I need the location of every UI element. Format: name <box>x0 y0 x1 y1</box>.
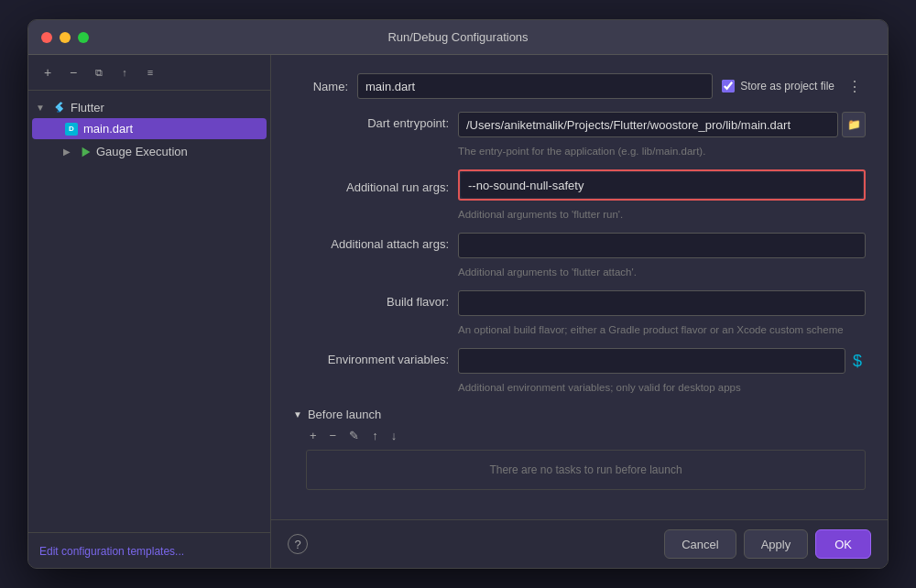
run-debug-dialog: Run/Debug Configurations + − ⧉ ↑ ≡ ▼ <box>27 19 889 569</box>
env-vars-input[interactable] <box>458 348 845 374</box>
flutter-group-label: Flutter <box>71 101 104 114</box>
build-flavor-row: Build flavor: <box>293 290 866 316</box>
run-args-hint: Additional arguments to 'flutter run'. <box>458 209 623 220</box>
dialog-title: Run/Debug Configurations <box>387 30 528 44</box>
run-icon <box>80 146 93 158</box>
build-flavor-input[interactable] <box>458 290 866 316</box>
before-launch-toolbar: + − ✎ ↑ ↓ <box>293 427 866 444</box>
name-input[interactable] <box>357 73 713 99</box>
before-launch-label: Before launch <box>308 408 381 421</box>
before-launch-move-down-button[interactable]: ↓ <box>387 427 401 444</box>
store-checkbox-wrap: Store as project file <box>722 80 834 93</box>
more-options-button[interactable]: ⋮ <box>844 78 866 95</box>
dart-entrypoint-label: Dart entrypoint: <box>293 112 449 130</box>
env-spacer <box>293 379 449 384</box>
env-vars-row: Environment variables: $ <box>293 348 866 374</box>
sidebar-item-main-dart[interactable]: D main.dart <box>32 118 267 139</box>
attach-args-hint-row: Additional arguments to 'flutter attach'… <box>293 264 866 285</box>
dialog-body: + − ⧉ ↑ ≡ ▼ <box>28 55 888 568</box>
cancel-button[interactable]: Cancel <box>664 529 736 559</box>
main-dart-label: main.dart <box>83 122 133 136</box>
dart-entrypoint-input[interactable] <box>458 112 838 137</box>
add-config-button[interactable]: + <box>38 62 58 82</box>
build-flavor-label: Build flavor: <box>293 290 449 309</box>
run-args-hint-row: Additional arguments to 'flutter run'. <box>293 206 866 227</box>
before-launch-remove-button[interactable]: − <box>326 427 341 444</box>
sidebar: + − ⧉ ↑ ≡ ▼ <box>28 55 271 568</box>
chevron-down-icon: ▼ <box>36 103 49 113</box>
svg-marker-0 <box>82 147 91 157</box>
before-launch-edit-button[interactable]: ✎ <box>345 427 363 444</box>
run-args-highlight <box>458 169 866 201</box>
main-content: Name: Store as project file ⋮ Dart entry… <box>271 55 888 568</box>
run-args-label: Additional run args: <box>293 176 449 194</box>
build-hint: An optional build flavor; either a Gradl… <box>458 324 844 335</box>
dart-entrypoint-row: Dart entrypoint: 📁 <box>293 112 866 137</box>
sidebar-toolbar: + − ⧉ ↑ ≡ <box>28 55 270 91</box>
sidebar-footer: Edit configuration templates... <box>28 532 270 568</box>
env-hint-row: Additional environment variables; only v… <box>293 379 866 400</box>
attach-args-spacer <box>293 264 449 268</box>
before-launch-header[interactable]: ▼ Before launch <box>293 408 866 421</box>
store-label: Store as project file <box>740 80 834 93</box>
close-button[interactable] <box>41 32 52 43</box>
before-launch-empty-message: There are no tasks to run before launch <box>306 450 866 490</box>
env-vars-label: Environment variables: <box>293 348 449 366</box>
run-args-spacer <box>293 206 449 211</box>
attach-args-label: Additional attach args: <box>293 233 449 251</box>
env-expand-button[interactable]: $ <box>849 352 866 371</box>
traffic-lights <box>41 32 89 43</box>
dart-entrypoint-hint-row: The entry-point for the application (e.g… <box>293 143 866 164</box>
name-label: Name: <box>293 80 348 93</box>
flutter-group: ▼ Flutter D main.dart <box>28 94 270 141</box>
dart-entrypoint-spacer <box>293 143 449 147</box>
footer-buttons: Cancel Apply OK <box>664 529 871 559</box>
browse-entrypoint-button[interactable]: 📁 <box>842 112 866 137</box>
run-args-row: Additional run args: <box>293 169 866 201</box>
env-input-wrap: $ <box>458 348 866 374</box>
sidebar-item-gauge-execution[interactable]: ▶ Gauge Execution <box>28 141 270 162</box>
attach-args-row: Additional attach args: <box>293 233 866 258</box>
before-launch-add-button[interactable]: + <box>306 427 321 444</box>
dart-entrypoint-input-wrap: 📁 <box>458 112 866 137</box>
before-launch-chevron: ▼ <box>293 409 302 419</box>
help-button[interactable]: ? <box>288 534 308 554</box>
settings-config-button[interactable]: ≡ <box>140 62 160 82</box>
flutter-icon <box>52 100 67 114</box>
form-area-wrapper: Name: Store as project file ⋮ Dart entry… <box>271 55 888 519</box>
gauge-execution-label: Gauge Execution <box>96 145 188 158</box>
ok-button[interactable]: OK <box>815 529 871 559</box>
dart-hint: The entry-point for the application (e.g… <box>458 146 705 157</box>
sidebar-tree: ▼ Flutter D main.dart <box>28 91 270 532</box>
attach-hint: Additional arguments to 'flutter attach'… <box>458 267 637 278</box>
form-area: Name: Store as project file ⋮ Dart entry… <box>271 55 888 508</box>
remove-config-button[interactable]: − <box>63 62 83 82</box>
minimize-button[interactable] <box>60 32 71 43</box>
apply-button[interactable]: Apply <box>744 529 809 559</box>
title-bar: Run/Debug Configurations <box>28 20 888 55</box>
run-args-input[interactable] <box>461 172 863 198</box>
build-spacer <box>293 321 449 326</box>
flutter-group-header[interactable]: ▼ Flutter <box>28 96 270 118</box>
name-row: Name: Store as project file ⋮ <box>293 73 866 99</box>
maximize-button[interactable] <box>78 32 89 43</box>
before-launch-move-up-button[interactable]: ↑ <box>368 427 382 444</box>
move-config-button[interactable]: ↑ <box>114 62 135 82</box>
dialog-footer: ? Cancel Apply OK <box>271 519 888 568</box>
env-hint: Additional environment variables; only v… <box>458 382 741 393</box>
edit-templates-link[interactable]: Edit configuration templates... <box>39 545 184 558</box>
store-as-project-checkbox[interactable] <box>722 80 735 93</box>
build-hint-row: An optional build flavor; either a Gradl… <box>293 321 866 343</box>
dart-icon: D <box>65 123 78 136</box>
attach-args-input[interactable] <box>458 233 866 258</box>
before-launch-section: ▼ Before launch + − ✎ ↑ ↓ There are no t… <box>293 408 866 490</box>
copy-config-button[interactable]: ⧉ <box>89 62 109 82</box>
chevron-right-icon: ▶ <box>63 147 76 157</box>
